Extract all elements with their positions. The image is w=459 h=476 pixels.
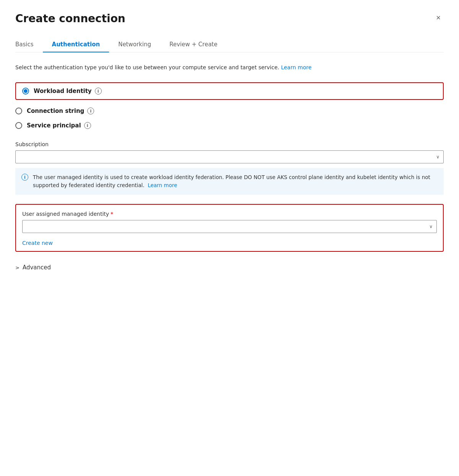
user-identity-label: User assigned managed identity* — [22, 211, 437, 217]
user-identity-section: User assigned managed identity* ∨ Create… — [15, 204, 444, 252]
radio-workload-identity-label: Workload Identity i — [34, 88, 102, 95]
radio-service-principal-label: Service principal i — [27, 122, 91, 129]
connection-string-info-icon[interactable]: i — [87, 108, 94, 114]
description-text: Select the authentication type you'd lik… — [15, 63, 444, 72]
radio-option-service-principal[interactable]: Service principal i — [15, 122, 444, 129]
workload-identity-info-icon[interactable]: i — [95, 88, 102, 95]
radio-workload-identity-input[interactable] — [22, 88, 29, 95]
close-button[interactable]: × — [433, 12, 444, 23]
radio-option-workload-identity[interactable]: Workload Identity i — [15, 82, 444, 100]
radio-connection-string-input[interactable] — [15, 108, 22, 114]
tab-authentication[interactable]: Authentication — [43, 37, 109, 52]
info-banner-learn-more-link[interactable]: Learn more — [148, 182, 177, 188]
subscription-label: Subscription — [15, 141, 444, 147]
tab-review-create[interactable]: Review + Create — [160, 37, 226, 52]
advanced-label: Advanced — [23, 264, 51, 271]
info-banner: i The user managed identity is used to c… — [15, 168, 444, 195]
advanced-section[interactable]: > Advanced — [15, 262, 444, 272]
description-learn-more-link[interactable]: Learn more — [281, 64, 312, 70]
subscription-dropdown[interactable]: ∨ — [15, 150, 444, 163]
service-principal-info-icon[interactable]: i — [84, 122, 91, 129]
radio-service-principal-input[interactable] — [15, 122, 22, 129]
info-banner-text: The user managed identity is used to cre… — [33, 173, 438, 189]
user-identity-dropdown[interactable]: ∨ — [22, 220, 437, 233]
radio-connection-string-label: Connection string i — [27, 108, 94, 114]
advanced-chevron-icon: > — [15, 265, 20, 271]
tab-bar: Basics Authentication Networking Review … — [15, 37, 444, 52]
required-star: * — [111, 211, 113, 217]
radio-option-connection-string[interactable]: Connection string i — [15, 108, 444, 114]
tab-basics[interactable]: Basics — [15, 37, 43, 52]
tab-networking[interactable]: Networking — [109, 37, 160, 52]
create-new-link[interactable]: Create new — [22, 240, 53, 246]
dialog-header: Create connection × — [15, 12, 444, 25]
subscription-section: Subscription ∨ — [15, 141, 444, 163]
info-banner-icon: i — [21, 174, 28, 181]
page-title: Create connection — [15, 12, 125, 25]
auth-type-radio-group: Workload Identity i Connection string i … — [15, 82, 444, 129]
user-identity-dropdown-arrow: ∨ — [429, 224, 433, 229]
subscription-dropdown-arrow: ∨ — [436, 154, 439, 160]
